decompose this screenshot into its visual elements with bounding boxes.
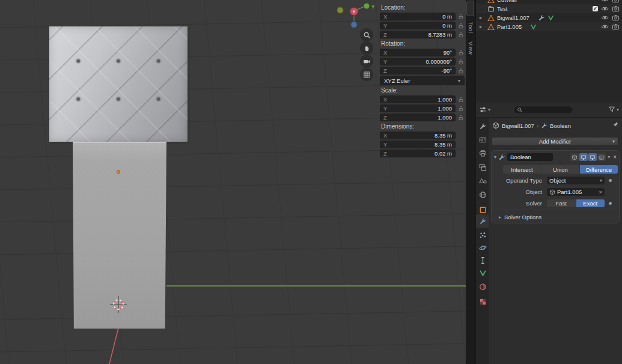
tab-view[interactable]: View bbox=[466, 38, 475, 58]
location-y-field[interactable]: Y0 m bbox=[380, 22, 456, 29]
3d-viewport[interactable]: X Y Location: X0 m Y0 m Z8.7283 m bbox=[0, 0, 466, 364]
union-button[interactable]: Union bbox=[541, 165, 579, 174]
lock-icon[interactable] bbox=[457, 23, 465, 29]
solver-options-header[interactable]: ▸ Solver Options bbox=[492, 210, 619, 223]
solver-exact-button[interactable]: Exact bbox=[576, 199, 605, 207]
toggle-viewport-display[interactable] bbox=[588, 153, 597, 161]
animate-dot[interactable] bbox=[609, 179, 612, 182]
zoom-button[interactable] bbox=[360, 28, 373, 41]
tab-item-active[interactable] bbox=[466, 1, 474, 16]
rotation-x-field[interactable]: X90° bbox=[380, 49, 456, 56]
camera-icon[interactable] bbox=[612, 23, 620, 31]
tab-object-properties[interactable] bbox=[478, 205, 487, 214]
lock-icon[interactable] bbox=[457, 68, 465, 74]
chevron-down-icon: ▾ bbox=[612, 139, 615, 144]
camera-icon[interactable] bbox=[612, 0, 620, 4]
outliner-row-part[interactable]: ▸ Part1.005 bbox=[476, 22, 622, 31]
scale-x-field[interactable]: X1.000 bbox=[380, 96, 456, 103]
breadcrumb-modifier[interactable]: Boolean bbox=[550, 123, 571, 129]
axis-gizmo[interactable]: X Y bbox=[332, 0, 382, 31]
toggle-editmode-display[interactable] bbox=[570, 153, 579, 161]
eye-icon[interactable] bbox=[601, 0, 609, 4]
funnel-icon bbox=[608, 106, 615, 113]
tab-texture-properties[interactable] bbox=[478, 297, 487, 306]
close-icon[interactable]: × bbox=[613, 154, 617, 160]
scale-y-field[interactable]: Y1.000 bbox=[380, 105, 456, 112]
location-z-field[interactable]: Z8.7283 m bbox=[380, 31, 456, 38]
breadcrumb-separator: › bbox=[537, 123, 538, 129]
toggle-render-display[interactable] bbox=[597, 153, 606, 161]
toggle-realtime-display[interactable] bbox=[579, 153, 588, 161]
tab-tool[interactable]: Tool bbox=[466, 18, 475, 37]
gizmo-z-ball bbox=[351, 22, 357, 28]
outliner-row-cutwall[interactable]: CutWall bbox=[476, 0, 622, 4]
lock-icon[interactable] bbox=[457, 106, 465, 112]
breadcrumb-object[interactable]: Bigwall1.007 bbox=[502, 123, 534, 129]
eye-icon[interactable] bbox=[601, 23, 609, 31]
lock-icon[interactable] bbox=[457, 97, 465, 103]
expand-arrow-icon[interactable]: ▸ bbox=[480, 15, 485, 20]
object-picker-field[interactable]: Part1.005 × bbox=[547, 188, 605, 196]
tab-viewlayer-properties[interactable] bbox=[478, 163, 487, 171]
toggle-perspective-button[interactable] bbox=[360, 68, 373, 81]
rotation-z-field[interactable]: Z-90° bbox=[380, 67, 456, 74]
lock-icon[interactable] bbox=[457, 14, 465, 20]
dimensions-z-field[interactable]: Z0.02 m bbox=[380, 150, 456, 157]
lock-icon[interactable] bbox=[457, 50, 465, 56]
tab-tool-properties[interactable] bbox=[478, 122, 487, 130]
tab-physics-properties[interactable] bbox=[478, 243, 487, 252]
blender-window: X Y Location: X0 m Y0 m Z8.7283 m bbox=[0, 0, 622, 364]
mesh-data-icon[interactable] bbox=[530, 23, 537, 30]
scale-z-field[interactable]: Z1.000 bbox=[380, 114, 456, 121]
editor-type-button[interactable]: ▾ bbox=[479, 106, 490, 114]
tab-modifier-properties[interactable] bbox=[478, 217, 487, 225]
tab-output-properties[interactable] bbox=[478, 149, 487, 157]
animate-dot[interactable] bbox=[609, 202, 612, 205]
collapse-arrow-icon[interactable]: ▾ bbox=[494, 154, 496, 160]
camera-view-button[interactable] bbox=[360, 55, 373, 68]
tab-world-properties[interactable] bbox=[478, 190, 487, 199]
camera-icon[interactable] bbox=[612, 5, 620, 13]
mesh-object-icon bbox=[487, 0, 495, 4]
clear-object-icon[interactable]: × bbox=[599, 189, 602, 195]
intersect-button[interactable]: Intersect bbox=[503, 165, 541, 174]
collection-checkbox[interactable]: ✓ bbox=[593, 6, 598, 11]
tab-render-properties[interactable] bbox=[478, 135, 487, 144]
chevron-down-icon: ▾ bbox=[458, 78, 460, 83]
dimensions-y-field[interactable]: Y8.35 m bbox=[380, 141, 456, 148]
solver-fast-button[interactable]: Fast bbox=[547, 199, 576, 207]
properties-search-input[interactable] bbox=[513, 106, 573, 114]
filter-button[interactable]: ▾ bbox=[608, 106, 619, 113]
modifier-name-field[interactable]: Boolean bbox=[507, 153, 553, 161]
add-modifier-button[interactable]: Add Modifier ▾ bbox=[492, 137, 618, 146]
pin-icon[interactable] bbox=[612, 121, 619, 130]
lock-icon[interactable] bbox=[457, 59, 465, 65]
lock-icon[interactable] bbox=[457, 32, 465, 38]
properties-tab-column bbox=[475, 118, 489, 364]
outliner-row-bigwall[interactable]: ▸ Bigwall1.007 bbox=[476, 13, 622, 22]
tab-constraints-properties[interactable] bbox=[478, 256, 487, 264]
mesh-data-icon[interactable] bbox=[547, 14, 554, 21]
location-x-field[interactable]: X0 m bbox=[380, 13, 456, 20]
tab-particles-properties[interactable] bbox=[478, 231, 487, 239]
expand-arrow-icon[interactable]: ▸ bbox=[480, 24, 485, 29]
eye-icon[interactable] bbox=[601, 5, 609, 13]
difference-button[interactable]: Difference bbox=[580, 165, 618, 174]
rotation-y-field[interactable]: Y0.000009° bbox=[380, 58, 456, 65]
operand-type-dropdown[interactable]: Object ▾ bbox=[547, 177, 605, 184]
camera-icon[interactable] bbox=[612, 14, 620, 22]
modifier-extras-dropdown-icon[interactable]: ▾ bbox=[608, 154, 610, 160]
tab-material-properties[interactable] bbox=[478, 282, 487, 291]
pan-button[interactable] bbox=[360, 41, 373, 55]
rotation-mode-dropdown[interactable]: XYZ Euler▾ bbox=[380, 76, 465, 85]
camera-icon bbox=[363, 58, 371, 65]
outliner-row-test[interactable]: Test ✓ bbox=[476, 4, 622, 13]
eye-icon[interactable] bbox=[601, 14, 609, 22]
lock-icon[interactable] bbox=[457, 115, 465, 121]
tab-object-data-properties[interactable] bbox=[478, 268, 487, 277]
tab-scene-properties[interactable] bbox=[478, 177, 487, 185]
modifier-wrench-icon[interactable] bbox=[538, 14, 545, 22]
dimensions-x-field[interactable]: X8.35 m bbox=[380, 132, 456, 139]
sidebar-tab-strip: Tool View bbox=[466, 0, 475, 364]
chevron-down-icon: ▾ bbox=[488, 107, 490, 112]
